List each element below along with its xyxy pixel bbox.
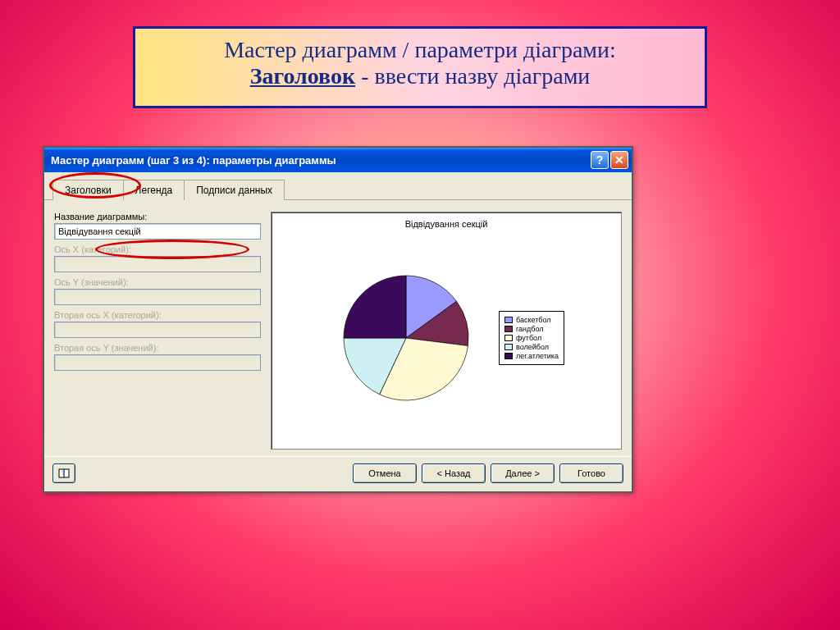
banner-line1: Мастер диаграмм / параметри діаграми: <box>152 37 688 63</box>
legend-label: баскетбол <box>516 316 551 324</box>
pie-chart <box>328 260 484 416</box>
banner: Мастер диаграмм / параметри діаграми: За… <box>133 26 707 108</box>
banner-underlined: Заголовок <box>250 63 356 89</box>
tab-row: Заголовки Легенда Подписи данных <box>44 172 632 200</box>
banner-line2-rest: - ввести назву діаграми <box>355 63 590 89</box>
chart-title-label: Название диаграммы: <box>54 212 261 221</box>
legend-item: лег.атлетика <box>504 352 559 360</box>
axis-y-input <box>54 289 261 305</box>
help-icon[interactable]: ? <box>591 151 609 169</box>
legend-label: футбол <box>516 334 541 342</box>
axis-y2-input <box>54 354 261 371</box>
tab-headers[interactable]: Заголовки <box>52 180 124 200</box>
tab-legend[interactable]: Легенда <box>123 180 185 200</box>
next-button[interactable]: Далее > <box>491 463 555 483</box>
banner-line2: Заголовок - ввести назву діаграми <box>152 63 688 89</box>
legend-item: волейбол <box>504 343 559 351</box>
legend-swatch <box>504 326 513 332</box>
legend-swatch <box>504 317 513 323</box>
chart-title-input[interactable] <box>54 223 261 240</box>
titlebar-buttons: ? ✕ <box>591 151 628 169</box>
back-button[interactable]: < Назад <box>422 463 486 483</box>
legend-label: волейбол <box>516 343 549 351</box>
legend-label: лег.атлетика <box>516 352 559 360</box>
dialog-body: Название диаграммы: Ось X (категорий): О… <box>44 200 632 456</box>
axis-y2-label: Вторая ось Y (значений): <box>54 343 261 353</box>
button-row: ? Отмена < Назад Далее > Готово <box>44 456 632 491</box>
titlebar-text: Мастер диаграмм (шаг 3 из 4): параметры … <box>51 154 336 167</box>
help-book-icon: ? <box>58 468 70 479</box>
legend-swatch <box>504 353 513 359</box>
legend-item: баскетбол <box>504 316 559 324</box>
legend-item: футбол <box>504 334 559 342</box>
axis-x2-label: Вторая ось X (категорий): <box>54 310 261 320</box>
legend-swatch <box>504 344 513 350</box>
axis-y-label: Ось Y (значений): <box>54 277 261 287</box>
legend-item: гандбол <box>504 325 559 333</box>
tab-datalabels[interactable]: Подписи данных <box>184 180 285 200</box>
titlebar: Мастер диаграмм (шаг 3 из 4): параметры … <box>44 148 632 172</box>
legend-label: гандбол <box>516 325 544 333</box>
legend-swatch <box>504 335 513 341</box>
pie-slice <box>344 276 406 338</box>
finish-button[interactable]: Готово <box>559 463 623 483</box>
cancel-button[interactable]: Отмена <box>353 463 417 483</box>
preview-title: Відвідування секцій <box>405 219 488 229</box>
close-icon[interactable]: ✕ <box>610 151 628 169</box>
form-column: Название диаграммы: Ось X (категорий): О… <box>54 212 261 450</box>
axis-x-label: Ось X (категорий): <box>54 244 261 254</box>
axis-x-input <box>54 256 261 272</box>
svg-text:?: ? <box>62 470 65 476</box>
dialog-window: Мастер диаграмм (шаг 3 из 4): параметры … <box>43 146 633 493</box>
legend: баскетболгандболфутболволейболлег.атлети… <box>499 311 564 365</box>
axis-x2-input <box>54 322 261 338</box>
help-button[interactable]: ? <box>52 463 75 483</box>
chart-preview: Відвідування секцій баскетболгандболфутб… <box>271 212 622 450</box>
